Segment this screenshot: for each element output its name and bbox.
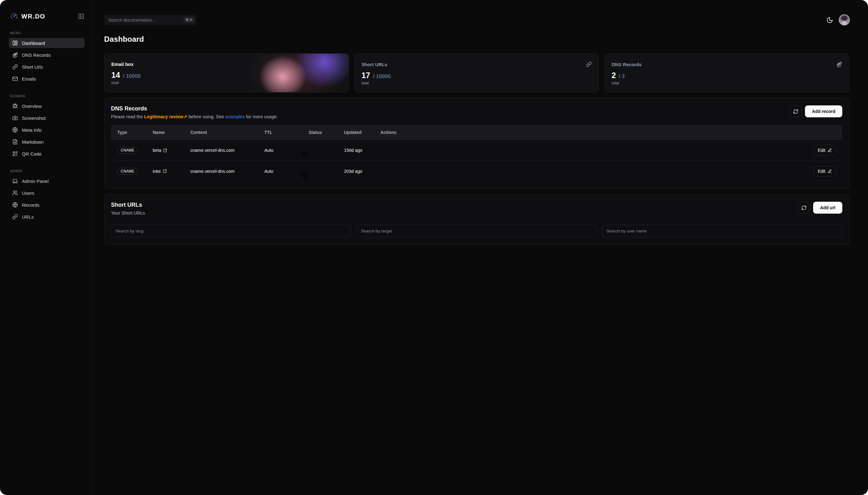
sidebar-item-label: Admin Panel [22, 178, 49, 184]
sidebar-item-label: Users [22, 190, 34, 196]
legitimacy-review-link[interactable]: Legitimacy review [144, 114, 184, 119]
record-type-badge: CNAME [117, 147, 138, 154]
record-updated: 203d ago [344, 169, 380, 174]
gauge-logo-icon [10, 12, 18, 20]
subtitle-text: before using. See [187, 114, 225, 119]
stat-card-title: Short URLs [362, 62, 387, 67]
sidebar-item-overview[interactable]: Overview [9, 101, 85, 111]
sidebar: WR.DO MENU Dashboard DNS Records [0, 0, 92, 248]
nav-group-label: SCRAPE [10, 94, 85, 98]
search-input[interactable] [108, 18, 184, 22]
examples-link[interactable]: examples [225, 114, 245, 119]
sidebar-item-qr-code[interactable]: QR Code [9, 149, 85, 159]
globe-icon [12, 127, 18, 133]
table-header-row: Type Name Content TTL Status Updated Act… [111, 125, 434, 140]
link-icon [12, 214, 18, 220]
stat-cards: Email box 14 / 10000 total Short URLs 17 [104, 53, 434, 92]
stat-card-short-urls: Short URLs 17 / 10000 total [354, 53, 434, 92]
topbar: ⌘ K [104, 15, 434, 25]
sidebar-item-users[interactable]: Users [9, 188, 85, 198]
record-name-link[interactable]: inke [153, 169, 190, 174]
toggle-thumb [301, 151, 308, 158]
column-header: TTL [264, 130, 309, 135]
subtitle-text: for more usage. [245, 114, 278, 119]
layout-dashboard-icon [12, 40, 18, 46]
sidebar-item-label: DNS Records [22, 52, 51, 58]
sidebar-item-short-urls[interactable]: Short Urls [9, 62, 85, 72]
record-updated: 150d ago [344, 148, 380, 153]
table-row: CNAME inke cname.vercel-dns.com Auto 203… [111, 160, 434, 181]
sidebar-collapse-button[interactable] [78, 13, 85, 20]
sidebar-item-urls[interactable]: URLs [9, 212, 85, 222]
logo-row: WR.DO [9, 12, 85, 21]
sidebar-item-label: Dashboard [22, 40, 45, 46]
nav-group-label: ADMIN [10, 169, 85, 173]
sidebar-item-emails[interactable]: Emails [9, 74, 85, 84]
search-by-slug-input[interactable] [111, 225, 351, 237]
stat-card-value: 17 [362, 71, 370, 80]
nav-group-scrape: SCRAPE Overview Screenshot Meta Info [9, 94, 85, 159]
column-header: Type [117, 130, 153, 135]
record-name: inke [153, 169, 161, 174]
sidebar-item-dashboard[interactable]: Dashboard [9, 38, 85, 48]
short-urls-panel-subtitle: Your Short URLs [111, 210, 145, 216]
bug-icon [12, 103, 18, 109]
external-link-icon [163, 148, 167, 152]
column-header: Content [190, 130, 264, 135]
globe-lock-icon [12, 52, 18, 58]
record-type-badge: CNAME [117, 168, 138, 175]
sidebar-item-admin-panel[interactable]: Admin Panel [9, 176, 85, 186]
sidebar-item-label: Emails [22, 76, 36, 82]
stat-card-value: 14 [111, 71, 120, 80]
sidebar-item-label: Records [22, 202, 39, 208]
stat-card-email-box: Email box 14 / 10000 total [104, 53, 349, 92]
sidebar-item-label: Short Urls [22, 64, 43, 70]
sidebar-item-label: QR Code [22, 151, 42, 156]
record-content: cname.vercel-dns.com [190, 148, 264, 153]
app-window: WR.DO MENU Dashboard DNS Records [0, 0, 434, 248]
record-content: cname.vercel-dns.com [190, 169, 264, 174]
record-name-link[interactable]: beta [153, 148, 190, 153]
stat-card-caption: total [111, 81, 342, 85]
sidebar-item-records[interactable]: Records [9, 200, 85, 210]
record-name: beta [153, 148, 161, 153]
search-by-target-input[interactable] [357, 225, 434, 237]
sidebar-item-dns-records[interactable]: DNS Records [9, 50, 85, 60]
stat-card-title: Email box [111, 62, 134, 67]
camera-icon [12, 115, 18, 121]
users-icon [12, 190, 18, 196]
sidebar-item-label: Screenshot [22, 116, 46, 121]
page-title: Dashboard [104, 35, 434, 44]
column-header: Name [153, 130, 190, 135]
sidebar-item-meta-info[interactable]: Meta Info [9, 125, 85, 135]
laptop-icon [12, 178, 18, 184]
short-urls-panel-title: Short URLs [111, 202, 145, 208]
stat-card-limit: / 10000 [373, 73, 391, 80]
sidebar-item-markdown[interactable]: Markdown [9, 137, 85, 147]
sidebar-item-screenshot[interactable]: Screenshot [9, 113, 85, 123]
file-text-icon [12, 139, 18, 144]
sidebar-item-label: Overview [22, 103, 42, 109]
column-header: Status [309, 130, 344, 135]
external-link-icon [163, 169, 167, 173]
short-urls-panel: Short URLs Your Short URLs Add url [104, 194, 434, 245]
subtitle-text: Please read the [111, 114, 144, 119]
toggle-thumb [301, 172, 308, 179]
dns-records-panel: DNS Records Please read the Legitimacy r… [104, 98, 434, 189]
sidebar-item-label: Markdown [22, 139, 44, 144]
dns-panel-title: DNS Records [111, 105, 278, 112]
column-header: Updated [344, 130, 380, 135]
sidebar-item-label: Meta Info [22, 127, 42, 133]
column-header: Actions [380, 130, 434, 135]
panel-left-close-icon [78, 13, 84, 19]
arrow-up-right-icon: ↗ [184, 114, 187, 119]
link-icon [12, 64, 18, 70]
stat-card-caption: total [362, 81, 434, 85]
logo-text: WR.DO [21, 13, 45, 20]
nav-group-label: MENU [10, 31, 85, 35]
main-content: ⌘ K Dashboard Email box 14 / 10000 tota [92, 0, 434, 248]
nav-group-admin: ADMIN Admin Panel Users Records [9, 169, 85, 222]
search-documentation-box[interactable]: ⌘ K [104, 15, 196, 25]
dns-records-table: Type Name Content TTL Status Updated Act… [111, 125, 434, 181]
qr-code-icon [12, 151, 18, 156]
